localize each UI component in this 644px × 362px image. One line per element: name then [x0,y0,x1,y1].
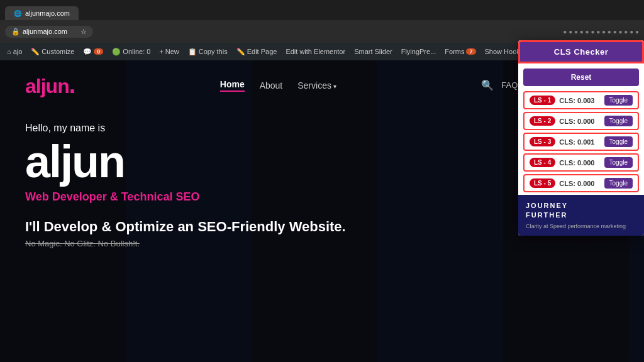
tab-favicon: 🌐 [14,10,21,17]
smart-slider-item[interactable]: Smart Slider [351,48,396,55]
cls-toggle-5[interactable]: Toggle [604,178,633,189]
customize-icon: ✏️ [31,48,40,56]
forms-badge: 7 [466,48,475,55]
flying-press-item[interactable]: FlyingPre... [398,48,440,55]
cls-value-2: CLS: 0.000 [559,118,600,125]
cls-footer-subtitle: Clarity at Speed performance marketing [526,223,636,229]
nav-about[interactable]: About [260,80,283,90]
cls-panel-title: CLS Checker [518,40,644,63]
elementor-label: Edit with Elementor [286,48,345,55]
show-hooks-label: Show Hooks [485,48,524,55]
online-item[interactable]: 🟢 Online: 0 [109,48,153,56]
cls-label-4: LS - 4 [530,158,555,167]
cls-row-5: LS - 5 CLS: 0.000 Toggle [523,174,639,192]
cls-label-5: LS - 5 [530,178,555,188]
browser-tabs: 🌐 aljunmajo.com [0,0,644,20]
site-logo: aljun. [25,72,75,99]
copy-this-item[interactable]: 📋 Copy this [185,48,231,56]
lock-icon: 🔒 [11,28,20,36]
customize-label: Customize [42,48,74,55]
cls-label-1: LS - 1 [530,96,555,105]
url-text: aljunmajo.com [23,28,67,35]
cls-toggle-3[interactable]: Toggle [604,136,633,147]
forms-label: Forms [445,48,464,55]
comments-icon: 💬 [83,48,92,56]
comments-badge: 0 [94,48,103,55]
star-icon: ☆ [80,28,87,36]
copy-icon: 📋 [188,48,197,56]
elementor-item[interactable]: Edit with Elementor [282,48,348,55]
cls-checker-panel: CLS Checker Reset LS - 1 CLS: 0.003 Togg… [518,40,644,236]
cls-reset-button[interactable]: Reset [523,69,639,86]
wp-logo-icon: ⌂ [7,48,11,55]
hero-subtitle: No Magic. No Glitz. No Bullsh!t. [25,239,619,248]
comments-item[interactable]: 💬 0 [80,48,106,56]
copy-label: Copy this [199,48,228,55]
cls-footer: JOURNEYFURTHER Clarity at Speed performa… [518,195,644,236]
edit-page-item[interactable]: ✏️ Edit Page [233,48,280,56]
cls-value-3: CLS: 0.001 [559,138,600,146]
cls-toggle-2[interactable]: Toggle [604,116,633,126]
cls-row-2: LS - 2 CLS: 0.000 Toggle [523,112,639,130]
wp-home-item[interactable]: ⌂ ajo [4,48,25,55]
edit-icon: ✏️ [236,48,245,56]
cls-footer-title: JOURNEYFURTHER [526,201,636,221]
forms-item[interactable]: Forms 7 [441,48,479,55]
cls-label-3: LS - 3 [530,137,555,146]
cls-row-4: LS - 4 CLS: 0.000 Toggle [523,153,639,172]
wp-site-name: ajo [13,48,23,55]
cls-value-1: CLS: 0.003 [559,97,600,104]
search-icon[interactable]: 🔍 [481,79,494,91]
nav-services[interactable]: Services [297,80,336,90]
browser-bar: 🔒 aljunmajo.com ☆ ● ● ● ● ● ● ● ● ● ● ● … [0,20,644,43]
edit-label: Edit Page [247,48,277,55]
online-label: Online: 0 [123,48,150,55]
flying-press-label: FlyingPre... [401,48,436,55]
cls-toggle-1[interactable]: Toggle [604,95,633,106]
smart-slider-label: Smart Slider [354,48,392,55]
new-item[interactable]: + New [156,48,182,55]
cls-row-1: LS - 1 CLS: 0.003 Toggle [523,91,639,109]
cls-label-2: LS - 2 [530,116,555,126]
nav-home[interactable]: Home [220,79,245,92]
online-icon: 🟢 [112,48,121,56]
cls-value-4: CLS: 0.000 [559,159,600,167]
active-tab[interactable]: 🌐 aljunmajo.com [5,6,79,20]
cls-value-5: CLS: 0.000 [559,180,600,187]
logo-text: aljun [25,75,69,97]
tab-label: aljunmajo.com [25,9,70,17]
new-icon: + [159,48,163,55]
customize-item[interactable]: ✏️ Customize [28,48,77,56]
nav-links: Home About Services [220,79,336,92]
browser-extensions: ● ● ● ● ● ● ● ● ● ● ● ● ● ● [563,28,639,35]
nav-faq[interactable]: FAQ [501,80,518,90]
logo-dot: . [69,72,75,98]
cls-toggle-4[interactable]: Toggle [604,157,633,168]
cls-row-3: LS - 3 CLS: 0.001 Toggle [523,133,639,151]
new-label: New [165,48,179,55]
url-bar[interactable]: 🔒 aljunmajo.com ☆ [5,26,93,38]
